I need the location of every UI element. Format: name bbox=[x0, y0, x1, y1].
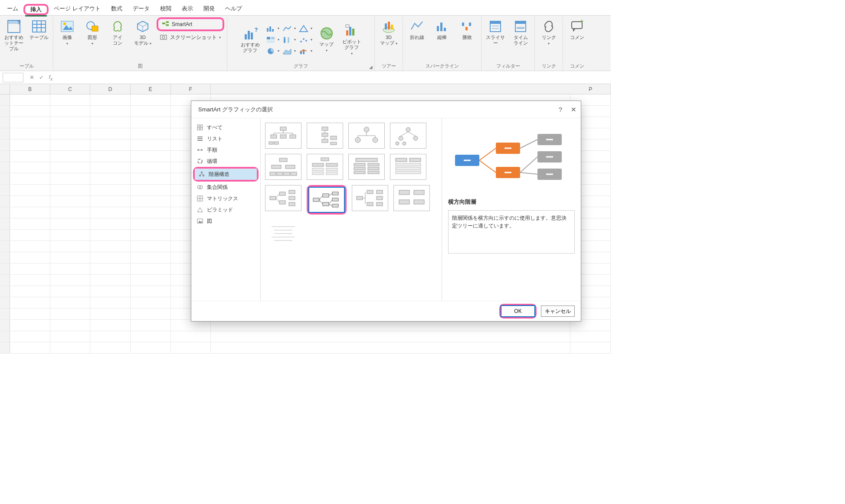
cancel-icon[interactable]: ✕ bbox=[27, 74, 36, 81]
category-relationship[interactable]: 集合関係 bbox=[193, 182, 259, 193]
svg-rect-3 bbox=[33, 21, 46, 32]
svg-line-18 bbox=[165, 22, 166, 23]
col-header[interactable]: F bbox=[171, 84, 211, 94]
svg-rect-180 bbox=[414, 200, 424, 204]
category-cycle[interactable]: 循環 bbox=[193, 156, 259, 167]
chart-scatter-button[interactable]: ▾ bbox=[297, 35, 313, 45]
pictures-button[interactable]: 画像▾ bbox=[56, 17, 79, 48]
sparkline-line-button[interactable]: 折れ線 bbox=[406, 17, 428, 42]
slicer-button[interactable]: スライサー bbox=[484, 17, 507, 48]
svg-rect-97 bbox=[269, 142, 273, 144]
gallery-thumb[interactable] bbox=[265, 220, 301, 246]
gallery-thumb[interactable] bbox=[348, 154, 385, 180]
comment-button[interactable]: + コメン bbox=[566, 17, 588, 42]
sparkline-winloss-button[interactable]: 勝敗 bbox=[456, 17, 478, 42]
gallery-thumb[interactable] bbox=[265, 154, 301, 180]
tab-page-layout[interactable]: ページ レイアウト bbox=[49, 2, 106, 15]
col-header[interactable]: B bbox=[10, 84, 50, 94]
gallery-thumb[interactable] bbox=[390, 123, 426, 149]
svg-rect-26 bbox=[267, 28, 269, 32]
category-all[interactable]: すべて bbox=[193, 122, 259, 133]
category-picture[interactable]: 図 bbox=[193, 215, 259, 227]
3d-map-button[interactable]: 3Dマップ ▾ bbox=[377, 17, 400, 48]
gallery-thumb[interactable] bbox=[352, 185, 388, 211]
chart-stat-button[interactable]: ▾ bbox=[281, 35, 296, 45]
pivot-chart-button[interactable]: ピボットグラフ▾ bbox=[341, 22, 363, 58]
dialog-help-button[interactable]: ? bbox=[559, 106, 562, 114]
svg-rect-152 bbox=[289, 196, 295, 200]
gallery-thumb[interactable] bbox=[307, 123, 343, 149]
svg-rect-129 bbox=[284, 172, 290, 176]
chart-hierarchy-button[interactable]: ▾ bbox=[264, 35, 280, 45]
col-header[interactable]: P bbox=[570, 84, 611, 94]
maps-button[interactable]: マップ▾ bbox=[315, 24, 338, 55]
col-header[interactable]: D bbox=[90, 84, 131, 94]
tab-developer[interactable]: 開発 bbox=[198, 2, 220, 15]
svg-rect-153 bbox=[289, 202, 295, 206]
col-header[interactable]: E bbox=[131, 84, 171, 94]
timeline-button[interactable]: タイムライン bbox=[509, 17, 532, 48]
svg-rect-27 bbox=[269, 26, 271, 32]
svg-rect-57 bbox=[469, 23, 471, 26]
recommended-charts-button[interactable]: ? おすすめグラフ bbox=[239, 25, 262, 55]
screenshot-button[interactable]: スクリーンショット ▾ bbox=[157, 32, 224, 42]
smartart-gallery[interactable] bbox=[261, 118, 442, 301]
formula-bar: ✕ ✓ fx bbox=[0, 71, 611, 84]
gallery-thumb[interactable] bbox=[348, 123, 385, 149]
recommended-pivot-button[interactable]: ? おすすめットテーブル bbox=[3, 17, 25, 53]
svg-rect-68 bbox=[200, 125, 203, 127]
icons-button[interactable]: アイコン bbox=[106, 17, 129, 48]
category-matrix[interactable]: マトリックス bbox=[193, 193, 259, 204]
link-button[interactable]: リンク▾ bbox=[537, 17, 560, 48]
smartart-button[interactable]: SmartArt bbox=[158, 19, 223, 29]
charts-dialog-launcher[interactable]: ◢ bbox=[369, 65, 373, 69]
svg-rect-124 bbox=[279, 158, 287, 162]
category-process[interactable]: 手順 bbox=[193, 144, 259, 156]
enter-icon[interactable]: ✓ bbox=[36, 74, 46, 81]
gallery-thumb[interactable] bbox=[265, 123, 301, 149]
tab-insert[interactable]: 挿入 bbox=[25, 3, 47, 16]
sparkline-column-button[interactable]: 縦棒 bbox=[431, 17, 453, 42]
name-box[interactable] bbox=[3, 73, 23, 82]
tab-home[interactable]: ーム bbox=[2, 2, 23, 15]
fx-icon[interactable]: fx bbox=[46, 74, 56, 81]
table-button[interactable]: テーブル bbox=[28, 17, 50, 42]
highlight-selected-thumb bbox=[307, 185, 347, 215]
group-label-tours: ツアー bbox=[382, 62, 396, 71]
3d-models-button[interactable]: 3Dモデル ▾ bbox=[131, 17, 154, 48]
gallery-thumb[interactable] bbox=[393, 185, 430, 211]
shapes-button[interactable]: 図形▾ bbox=[81, 17, 104, 48]
chart-line-button[interactable]: ▾ bbox=[281, 23, 296, 34]
chart-surface-button[interactable]: ▾ bbox=[281, 46, 296, 56]
svg-rect-104 bbox=[322, 133, 328, 137]
gallery-thumb[interactable] bbox=[265, 185, 301, 211]
col-header[interactable]: C bbox=[50, 84, 91, 94]
chart-column-button[interactable]: ▾ bbox=[264, 23, 280, 34]
chart-pyramid-button[interactable]: ▾ bbox=[297, 23, 313, 34]
tab-help[interactable]: ヘルプ bbox=[220, 2, 247, 15]
svg-rect-147 bbox=[396, 163, 421, 166]
tab-review[interactable]: 校閲 bbox=[155, 2, 177, 15]
svg-point-112 bbox=[373, 137, 378, 143]
svg-rect-107 bbox=[331, 142, 337, 145]
cancel-button[interactable]: キャンセル bbox=[541, 306, 575, 317]
gallery-thumb[interactable] bbox=[307, 154, 343, 180]
svg-rect-146 bbox=[409, 158, 421, 162]
dialog-close-button[interactable]: ✕ bbox=[571, 106, 576, 114]
category-hierarchy[interactable]: 階層構造 bbox=[195, 169, 257, 180]
group-label-comments: コメン bbox=[570, 62, 584, 71]
chart-combo-button[interactable]: ▾ bbox=[297, 46, 313, 56]
ok-button[interactable]: OK bbox=[501, 306, 535, 317]
svg-rect-23 bbox=[248, 31, 250, 39]
tab-data[interactable]: データ bbox=[128, 2, 155, 15]
tab-formulas[interactable]: 数式 bbox=[106, 2, 128, 15]
svg-rect-145 bbox=[396, 158, 407, 162]
category-list[interactable]: リスト bbox=[193, 133, 259, 144]
category-pyramid[interactable]: ピラミッド bbox=[193, 204, 259, 215]
gallery-thumb-selected[interactable] bbox=[308, 187, 345, 213]
gallery-thumb[interactable] bbox=[390, 154, 426, 180]
svg-rect-12 bbox=[92, 26, 98, 31]
group-links: リンク▾ リンク bbox=[535, 16, 563, 71]
chart-pie-button[interactable]: ▾ bbox=[264, 46, 280, 56]
tab-view[interactable]: 表示 bbox=[177, 2, 198, 15]
